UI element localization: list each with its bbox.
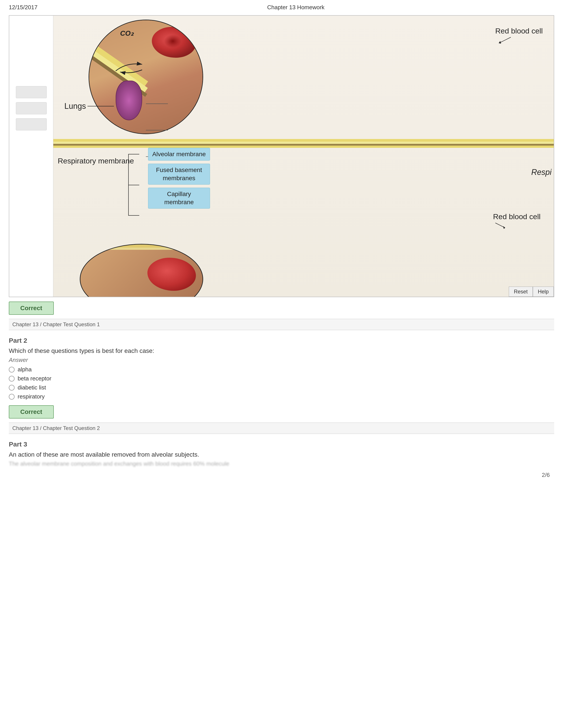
option-d[interactable]: respiratory: [9, 393, 554, 400]
question-text-2: Which of these questions types is best f…: [9, 347, 554, 354]
capillary-membrane-label: Capillarymembrane: [148, 188, 210, 209]
sidebar-button-2[interactable]: [16, 102, 47, 114]
diagram-main: O₂ CO₂ Red blood cell Lungs: [53, 16, 554, 297]
fused-basement-membranes-label: Fused basementmembranes: [148, 164, 210, 185]
question-section-2: Part 2 Which of these questions types is…: [9, 337, 554, 434]
chapter-ref-1: Chapter 13 / Chapter Test Question 1: [9, 319, 554, 330]
respi-label: Respi: [531, 168, 552, 177]
respiratory-membrane-label: Respiratory membrane: [58, 157, 134, 165]
sidebar-button-3[interactable]: [16, 118, 47, 130]
radio-d[interactable]: [9, 394, 15, 400]
radio-b[interactable]: [9, 376, 15, 382]
below-section: Correct Chapter 13 / Chapter Test Questi…: [9, 302, 554, 478]
reset-button[interactable]: Reset: [509, 287, 533, 297]
correct-badge-2: Correct: [9, 405, 54, 419]
option-b[interactable]: beta receptor: [9, 375, 554, 382]
tissue-band-yellow3: [53, 146, 554, 148]
part-label-3: Part 3: [9, 441, 554, 448]
page-title: Chapter 13 Homework: [267, 4, 325, 11]
option-b-text: beta receptor: [18, 375, 51, 382]
lungs-connector-line: [87, 106, 114, 106]
o2-label: O₂: [94, 20, 102, 29]
tissue-band-yellow1: [53, 139, 554, 142]
blue-labels-container: Alveolar membrane Fused basementmembrane…: [148, 148, 210, 209]
diagram-container: O₂ CO₂ Red blood cell Lungs: [9, 15, 554, 297]
option-a[interactable]: alpha: [9, 366, 554, 373]
part-label-2: Part 2: [9, 337, 554, 344]
help-button[interactable]: Help: [533, 287, 554, 297]
rbc-label-bottom: Red blood cell: [493, 212, 541, 231]
diagram-footer: Reset Help: [509, 287, 554, 297]
page-date: 12/15/2017: [9, 4, 37, 11]
svg-line-7: [495, 223, 504, 227]
rbc-top-right: [152, 27, 196, 62]
option-d-text: respiratory: [18, 393, 45, 400]
sidebar-button-1[interactable]: [16, 86, 47, 98]
rbc-bottom-arrow: [493, 222, 511, 231]
answer-label-2: Answer: [9, 357, 554, 363]
option-a-text: alpha: [18, 366, 32, 373]
radio-a[interactable]: [9, 367, 15, 372]
option-c[interactable]: diabetic list: [9, 384, 554, 391]
svg-line-2: [500, 37, 511, 43]
option-c-text: diabetic list: [18, 384, 46, 391]
svg-marker-8: [503, 226, 505, 229]
question-text-3: An action of these are most available re…: [9, 451, 554, 458]
radio-c[interactable]: [9, 385, 15, 391]
alveolar-membrane-label: Alveolar membrane: [148, 148, 210, 161]
correct-badge-1: Correct: [9, 302, 54, 315]
tissue-band-yellow2: [53, 142, 554, 144]
rbc-vessel: [147, 258, 196, 291]
co2-label: CO₂: [120, 29, 133, 37]
rbc-top-arrow: [495, 36, 513, 45]
lungs-label: Lungs: [64, 102, 86, 111]
page-number: 2/6: [9, 472, 554, 478]
question-section-3: Part 3 An action of these are most avail…: [9, 441, 554, 478]
chapter-ref-2: Chapter 13 / Chapter Test Question 2: [9, 422, 554, 434]
tissue-band-dark: [53, 144, 554, 146]
blurred-line: The alveolar membrane composition and ex…: [9, 460, 554, 467]
sidebar-panel: [9, 16, 53, 297]
rbc-label-top: Red blood cell: [495, 27, 543, 45]
